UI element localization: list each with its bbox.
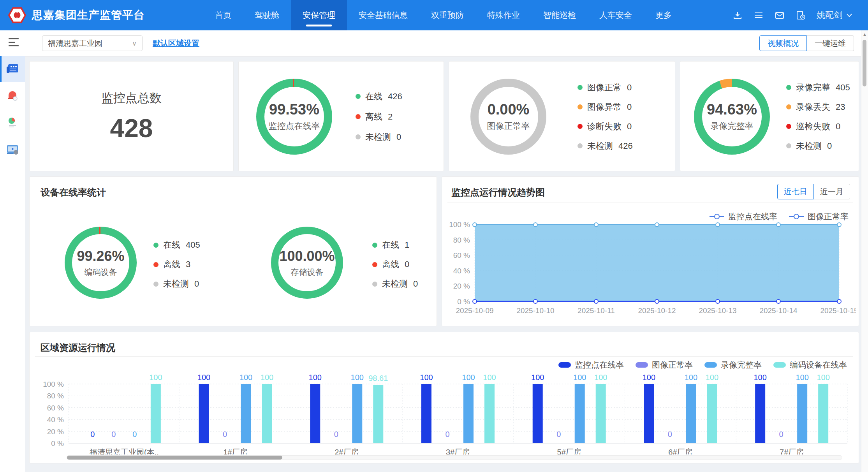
svg-text:40 %: 40 % <box>47 416 64 424</box>
legend-dot <box>577 124 583 129</box>
app-logo-icon <box>8 6 26 25</box>
svg-text:20 %: 20 % <box>453 282 470 290</box>
trend-area-chart: 0 %20 %40 %60 %80 %100 %2025-10-092025-1… <box>446 222 856 319</box>
legend-dot <box>786 104 791 109</box>
panel-title: 区域资源运行情况 <box>40 342 115 354</box>
legend-item[interactable]: 编码设备在线率 <box>773 359 847 370</box>
legend-item: 图像异常0 <box>577 101 633 113</box>
line-legend-icon <box>710 213 724 220</box>
sidebar-item-report[interactable] <box>0 110 25 136</box>
svg-text:80 %: 80 % <box>453 236 470 244</box>
region-bar-chart: 0 %20 %40 %60 %80 %100 %福清思嘉工业园(本..1#厂房2… <box>37 370 852 454</box>
donut-chart: 100.00%存储设备 <box>271 227 343 299</box>
default-region-settings-link[interactable]: 默认区域设置 <box>153 30 199 56</box>
nav-item-1[interactable]: 驾驶舱 <box>243 0 291 30</box>
region-select-value: 福清思嘉工业园 <box>48 38 132 49</box>
monitoring-trend-panel: 监控点运行情况趋势图 近七日近一月 监控点在线率图像正常率 0 %20 %40 … <box>442 176 859 326</box>
range-tab-0[interactable]: 近七日 <box>777 184 814 199</box>
log-history-icon[interactable] <box>796 10 806 20</box>
vertical-scrollbar-thumb[interactable] <box>863 40 866 86</box>
donut-legend: 在线405离线3未检测0 <box>153 220 200 309</box>
nav-item-2[interactable]: 安保管理 <box>291 0 347 30</box>
video-overview-button[interactable]: 视频概况 <box>759 35 807 51</box>
sub-toolbar: 福清思嘉工业园 ∨ 默认区域设置 视频概况 一键运维 <box>0 30 868 56</box>
chevron-down-icon: ∨ <box>132 40 137 47</box>
donut-percent: 94.63% <box>707 101 757 118</box>
nav-item-5[interactable]: 特殊作业 <box>475 0 532 30</box>
svg-text:2025-10-12: 2025-10-12 <box>638 306 676 315</box>
download-icon[interactable] <box>732 10 743 20</box>
legend-swatch <box>558 362 571 368</box>
legend-dot <box>786 124 791 129</box>
sidebar-item-video-playback[interactable] <box>0 137 25 162</box>
legend-item[interactable]: 录像完整率 <box>704 359 762 370</box>
svg-text:0: 0 <box>132 430 137 439</box>
region-select[interactable]: 福清思嘉工业园 ∨ <box>42 35 143 51</box>
donut-legend: 在线1离线0未检测0 <box>372 220 418 309</box>
svg-text:100 %: 100 % <box>43 380 64 388</box>
legend-value: 1 <box>405 240 409 250</box>
task-list-icon[interactable] <box>754 10 764 20</box>
collapse-menu-icon[interactable] <box>9 38 19 48</box>
scroll-up-arrow-icon[interactable]: ▲ <box>861 30 868 38</box>
svg-text:60 %: 60 % <box>47 404 64 412</box>
legend-label: 录像完整 <box>796 82 830 93</box>
header-actions: 姚配剑 <box>732 9 852 21</box>
donut-percent: 0.00% <box>488 101 530 118</box>
legend-value: 0 <box>627 102 632 112</box>
legend-label: 未检测 <box>382 278 408 290</box>
legend-label: 巡检失败 <box>796 121 830 132</box>
vertical-scrollbar[interactable]: ▲ <box>861 30 868 472</box>
legend-item[interactable]: 监控点在线率 <box>558 359 624 370</box>
legend-dot <box>356 114 361 119</box>
svg-text:100: 100 <box>462 373 475 382</box>
nav-item-4[interactable]: 双重预防 <box>419 0 475 30</box>
svg-text:0 %: 0 % <box>51 439 64 447</box>
legend-value: 0 <box>827 141 832 151</box>
svg-text:100: 100 <box>239 373 252 382</box>
legend-dot <box>577 85 583 90</box>
legend-item[interactable]: 图像正常率 <box>789 211 849 222</box>
svg-text:80 %: 80 % <box>47 392 64 400</box>
horizontal-scrollbar-thumb[interactable] <box>67 456 282 460</box>
svg-text:2025-10-14: 2025-10-14 <box>759 306 798 315</box>
svg-text:2025-10-10: 2025-10-10 <box>516 306 554 315</box>
legend-label: 未检测 <box>796 140 822 152</box>
main-content: 监控点总数 428 99.53%监控点在线率在线426离线2未检测0 0.00%… <box>25 56 861 472</box>
total-card-value: 428 <box>110 113 153 143</box>
nav-item-6[interactable]: 智能巡检 <box>532 0 588 30</box>
line-legend-icon <box>789 213 804 220</box>
legend-label: 图像异常 <box>587 101 622 113</box>
legend-item: 在线405 <box>153 239 200 251</box>
donut-percent: 99.26% <box>77 248 124 264</box>
svg-text:40 %: 40 % <box>453 267 470 275</box>
svg-text:2025-10-09: 2025-10-09 <box>456 306 493 315</box>
legend-value: 426 <box>618 141 633 151</box>
nav-item-7[interactable]: 人车安全 <box>588 0 644 30</box>
svg-text:100: 100 <box>351 373 364 382</box>
nav-item-3[interactable]: 安全基础信息 <box>347 0 419 30</box>
svg-text:100: 100 <box>754 373 766 382</box>
donut-label: 编码设备 <box>85 267 117 278</box>
svg-text:100: 100 <box>261 373 273 382</box>
svg-text:6#厂房: 6#厂房 <box>668 448 692 454</box>
sidebar-item-video-wall[interactable] <box>0 56 25 82</box>
nav-item-0[interactable]: 首页 <box>203 0 243 30</box>
legend-dot <box>372 262 377 267</box>
horizontal-scrollbar[interactable] <box>67 455 842 460</box>
range-tab-1[interactable]: 近一月 <box>814 184 850 199</box>
report-chart-icon <box>7 117 18 129</box>
legend-item[interactable]: 图像正常率 <box>636 359 693 370</box>
total-monitoring-points-card: 监控点总数 428 <box>29 61 234 171</box>
message-icon[interactable] <box>775 10 785 20</box>
sidebar-item-alarm[interactable] <box>0 83 25 109</box>
one-key-ops-button[interactable]: 一键运维 <box>807 35 854 51</box>
user-menu[interactable]: 姚配剑 <box>817 9 852 21</box>
nav-item-8[interactable]: 更多 <box>644 0 683 30</box>
svg-text:5#厂房: 5#厂房 <box>557 448 581 454</box>
legend-dot <box>577 143 583 148</box>
svg-text:2025-10-13: 2025-10-13 <box>699 306 736 315</box>
legend-item[interactable]: 监控点在线率 <box>710 211 777 222</box>
legend-label: 录像丢失 <box>796 101 830 113</box>
legend-dot <box>153 262 158 267</box>
